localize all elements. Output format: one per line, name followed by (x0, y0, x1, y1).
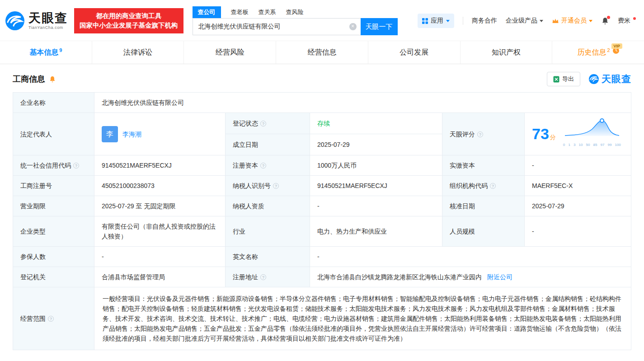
notifications-bell[interactable] (601, 17, 609, 25)
clear-search-icon[interactable]: × (349, 23, 357, 30)
search-input[interactable] (193, 18, 361, 35)
tab-count-badge: 9 (59, 48, 62, 53)
english-name-label: 英文名称 (226, 247, 310, 267)
score-axis-tick: 3 (573, 140, 575, 150)
field-label: 组织机构代码 (450, 182, 488, 189)
tab-label: 历史信息 (578, 48, 606, 57)
slogan-line1: 都在用的商业查询工具 (80, 11, 178, 21)
help-icon[interactable]: ? (260, 163, 266, 169)
field-value: MAERF5EC-X (532, 182, 573, 189)
industry-label: 行业 (226, 216, 310, 247)
divider (463, 17, 463, 25)
business-term-label: 营业期限 (13, 196, 94, 216)
score-axis-tick: 0 (563, 140, 565, 150)
legal-rep-avatar[interactable]: 李 (102, 126, 118, 142)
address-value: 北海市合浦县白沙镇龙腾路龙港新区北海铁山东港产业园内附近公司 (310, 267, 631, 287)
tianyancha-logo[interactable]: 天眼查 TianYanCha.com (5, 10, 68, 31)
table-row: 统一社会信用代码? 91450521MAERF5ECXJ 注册资本? 1000万… (13, 155, 631, 176)
help-icon[interactable]: ? (73, 163, 79, 169)
tab-count-badge: 2 (607, 48, 610, 53)
apps-menu[interactable]: 应用 (418, 14, 454, 28)
score-axis-tick: 99 (607, 140, 611, 150)
field-label: 行业 (233, 228, 245, 235)
field-value: 北海市合浦县白沙镇龙腾路龙港新区北海铁山东港产业园内 (317, 273, 482, 281)
taxpayer-id-label: 纳税人识别号? (226, 176, 310, 196)
vip-upgrade-menu[interactable]: 开通会员 (552, 17, 592, 25)
search-tab-company[interactable]: 查公司 (193, 6, 221, 18)
registry-value: 合浦县市场监督管理局 (94, 267, 226, 287)
user-menu[interactable]: 费米 (618, 17, 636, 25)
legal-rep-link[interactable]: 李海潮 (122, 129, 141, 139)
notification-dot (607, 16, 610, 19)
tab-history-info[interactable]: VIP 历史信息 2 (552, 41, 644, 64)
search-tab-boss[interactable]: 查老板 (231, 6, 249, 18)
field-label: 营业期限 (20, 202, 46, 210)
reg-status-value: 存续 (310, 113, 442, 134)
crown-icon (552, 18, 559, 23)
score-unit: 分 (550, 134, 556, 141)
chevron-down-icon (446, 20, 450, 22)
export-button[interactable]: 导出 (547, 72, 580, 86)
business-scope-label: 经营范围? (13, 287, 94, 350)
help-icon[interactable]: ? (273, 183, 279, 189)
chevron-down-icon (589, 20, 592, 22)
apps-label: 应用 (431, 17, 443, 25)
field-value: 合浦县市场监督管理局 (102, 273, 165, 281)
help-icon[interactable]: ? (477, 131, 483, 137)
search-tab-risk[interactable]: 查风险 (286, 6, 304, 18)
business-info-table: 企业名称 北海创维光伏供应链有限公司 法定代表人 李 李海潮 登记状态? 存续 … (13, 92, 631, 350)
tianyan-score[interactable]: 73分 (532, 126, 556, 142)
search-button[interactable]: 天眼一下 (361, 18, 398, 35)
help-icon[interactable]: ? (490, 183, 496, 189)
staff-size-label: 人员规模 (442, 216, 525, 247)
business-cooperation-link[interactable]: 商务合作 (472, 17, 497, 25)
tab-legal-litigation[interactable]: 法律诉讼 (92, 41, 184, 64)
search-tab-relation[interactable]: 查关系 (259, 6, 276, 18)
establish-date-label: 成立日期 (226, 134, 310, 155)
tianyancha-swirl-icon (5, 10, 25, 31)
field-label: 纳税人识别号 (233, 182, 271, 189)
score-curve-chart: 0 1 3 10 50 85 97 99 100 (563, 118, 621, 150)
field-value: 电力、热力生产和供应业 (317, 228, 387, 235)
table-row: 参保人数 - 英文名称 - (13, 247, 631, 267)
tab-label: 法律诉讼 (123, 48, 152, 57)
tab-intellectual-property[interactable]: 知识产权 (460, 41, 552, 64)
watermark-text: 天眼查 (602, 73, 631, 85)
establish-date-value: 2025-07-29 (310, 134, 442, 155)
help-icon[interactable]: ? (48, 316, 54, 322)
app-grid-icon (422, 18, 428, 24)
subscribe-bell-icon[interactable] (49, 75, 56, 83)
field-label: 法定代表人 (20, 131, 52, 138)
field-value: - (317, 253, 320, 260)
reg-number-value: 450521000238073 (94, 176, 226, 196)
approval-date-label: 核准日期 (442, 196, 525, 216)
field-label: 登记状态 (233, 120, 258, 127)
field-label: 人员规模 (450, 228, 475, 235)
industry-value: 电力、热力生产和供应业 (310, 216, 442, 247)
field-value: 450521000238073 (102, 182, 155, 189)
insured-count-label: 参保人数 (13, 247, 94, 267)
nearby-companies-link[interactable]: 附近公司 (487, 273, 512, 281)
table-row: 企业名称 北海创维光伏供应链有限公司 (13, 93, 631, 113)
help-icon[interactable]: ? (260, 121, 266, 127)
status-badge: 存续 (317, 120, 330, 127)
tianyan-score-value: 73分 (525, 113, 631, 155)
tab-company-development[interactable]: 公司发展 (368, 41, 460, 64)
credit-code-label: 统一社会信用代码? (13, 155, 94, 176)
tab-basic-info[interactable]: 基本信息 9 (0, 41, 92, 64)
tab-operating-info[interactable]: 经营信息 (276, 41, 368, 64)
score-axis: 0 1 3 10 50 85 97 99 100 (563, 140, 621, 150)
tab-label: 知识产权 (492, 48, 521, 57)
top-header: 天眼查 TianYanCha.com 都在用的商业查询工具 国家中小企业发展子基… (0, 0, 644, 41)
field-value: 1000万人民币 (317, 162, 357, 169)
table-row: 经营范围? 一般经营项目：光伏设备及元器件销售；新能源原动设备销售；半导体分立器… (13, 287, 631, 350)
enterprise-products-menu[interactable]: 企业级产品 (506, 17, 543, 25)
table-row: 工商注册号 450521000238073 纳税人识别号? 91450521MA… (13, 176, 631, 196)
score-axis-tick: 10 (578, 140, 583, 150)
english-name-value: - (310, 247, 631, 267)
tab-operating-risk[interactable]: 经营风险 (183, 41, 276, 64)
field-value: 有限责任公司（非自然人投资或控股的法人独资） (102, 223, 216, 240)
address-label: 注册地址? (226, 267, 310, 287)
help-icon[interactable]: ? (260, 274, 266, 280)
business-info-section-header: 工商信息 导出 天眼查 (0, 64, 644, 92)
